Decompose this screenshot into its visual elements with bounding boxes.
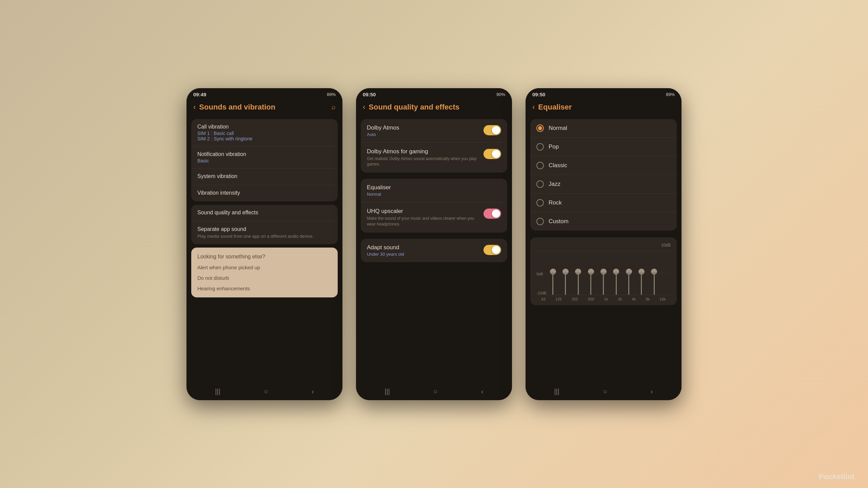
nav-home-1[interactable]: ○ [264,388,268,395]
app-header-1: ‹ Sounds and vibration ⌕ [186,99,342,116]
adapt-sound-content: Adapt sound Under 30 years old [367,244,484,257]
vibration-card: Call vibration SIM 1 : Basic call SIM 2 … [191,119,338,201]
system-vibration-item[interactable]: System vibration [191,169,338,185]
phone-1: 09:49 89% ‹ Sounds and vibration ⌕ Call … [186,88,342,400]
dolby-atmos-title: Dolby Atmos [367,124,479,131]
preset-normal-label: Normal [549,125,567,132]
eq-freq-labels: 63 125 250 500 1k 2k 4k 8k 16k [536,297,671,301]
time-3: 09:50 [532,92,545,97]
dolby-atmos-toggle[interactable] [484,125,501,135]
status-bar-2: 09:50 90% [356,88,512,99]
dolby-gaming-content: Dolby Atmos for gaming Get realistic Dol… [367,148,484,168]
phone-content-1: Call vibration SIM 1 : Basic call SIM 2 … [186,116,342,383]
radio-jazz[interactable] [536,180,544,188]
separate-app-desc: Play media sound from one app on a diffe… [197,233,332,239]
preset-classic-label: Classic [549,162,567,169]
nav-home-3[interactable]: ○ [603,388,607,395]
dolby-atmos-item[interactable]: Dolby Atmos Auto [361,119,507,143]
alert-item[interactable]: Alert when phone picked up [197,265,332,270]
separate-app-item[interactable]: Separate app sound Play media sound from… [191,221,338,244]
battery-2: 90% [496,92,505,97]
nav-menu-1[interactable]: ||| [215,388,220,395]
preset-rock-label: Rock [549,199,562,206]
uhq-desc: Make the sound of your music and videos … [367,216,479,227]
uhq-item[interactable]: UHQ upscaler Make the sound of your musi… [361,202,507,233]
radio-classic[interactable] [536,162,544,169]
equaliser-title: Equaliser [367,184,497,191]
preset-rock[interactable]: Rock [530,194,677,212]
sound-quality-card: Sound quality and effects Separate app s… [191,205,338,244]
nav-home-2[interactable]: ○ [433,388,437,395]
preset-custom[interactable]: Custom [530,212,677,231]
back-button-2[interactable]: ‹ [363,103,365,112]
nav-menu-3[interactable]: ||| [554,388,559,395]
radio-custom[interactable] [536,218,544,225]
nav-bar-2: ||| ○ ‹ [356,383,512,400]
dolby-gaming-toggle[interactable] [484,149,501,159]
nav-back-1[interactable]: ‹ [312,388,314,395]
dolby-gaming-title: Dolby Atmos for gaming [367,148,479,155]
eq-top-label: 10dB [661,243,671,248]
phone-3: 09:50 89% ‹ Equaliser Normal Pop Classic [526,88,682,400]
adapt-sound-title: Adapt sound [367,244,479,251]
presets-card: Normal Pop Classic Jazz Rock Custom [530,119,677,231]
sound-quality-item[interactable]: Sound quality and effects [191,205,338,221]
sim2-subtitle: SIM 2 : Sync with ringtone [197,136,332,141]
suggestions-title: Looking for something else? [197,254,332,260]
app-header-2: ‹ Sound quality and effects [356,99,512,116]
equaliser-content: Equaliser Normal [367,184,501,197]
call-vibration-item[interactable]: Call vibration SIM 1 : Basic call SIM 2 … [191,119,338,147]
vibration-intensity-title: Vibration intensity [197,190,332,196]
back-button-3[interactable]: ‹ [532,103,535,112]
vibration-intensity-item[interactable]: Vibration intensity [191,185,338,201]
nav-back-2[interactable]: ‹ [481,388,484,395]
phone-content-2: Dolby Atmos Auto Dolby Atmos for gaming … [356,116,512,383]
radio-normal[interactable] [536,124,544,132]
preset-classic[interactable]: Classic [530,156,677,175]
time-1: 09:49 [193,92,206,97]
dolby-card: Dolby Atmos Auto Dolby Atmos for gaming … [361,119,507,173]
nav-menu-2[interactable]: ||| [384,388,390,395]
equaliser-item[interactable]: Equaliser Normal [361,179,507,202]
preset-jazz[interactable]: Jazz [530,175,677,194]
preset-custom-label: Custom [549,218,569,225]
dolby-atmos-content: Dolby Atmos Auto [367,124,484,137]
preset-normal[interactable]: Normal [530,119,677,138]
nav-back-3[interactable]: ‹ [651,388,653,395]
page-title-1: Sounds and vibration [199,103,332,112]
dnd-item[interactable]: Do not disturb [197,275,332,281]
sound-quality-title: Sound quality and effects [197,210,332,216]
dolby-gaming-item[interactable]: Dolby Atmos for gaming Get realistic Dol… [361,143,507,173]
adapt-sound-subtitle: Under 30 years old [367,252,479,257]
call-vibration-title: Call vibration [197,124,332,130]
nav-bar-3: ||| ○ ‹ [526,383,682,400]
radio-rock[interactable] [536,199,544,207]
separate-app-title: Separate app sound [197,226,332,232]
adapt-sound-item[interactable]: Adapt sound Under 30 years old [361,239,507,262]
app-header-3: ‹ Equaliser [526,99,682,116]
page-title-2: Sound quality and effects [369,103,505,112]
suggestions-card: Looking for something else? Alert when p… [191,248,338,297]
back-button-1[interactable]: ‹ [193,103,196,112]
dolby-atmos-subtitle: Auto [367,132,479,137]
phone-content-3: Normal Pop Classic Jazz Rock Custom [526,116,682,383]
page-title-3: Equaliser [538,103,675,112]
notification-vibration-title: Notification vibration [197,151,332,157]
preset-jazz-label: Jazz [549,181,560,188]
uhq-content: UHQ upscaler Make the sound of your musi… [367,208,484,227]
watermark: Pocketlint [819,472,854,481]
nav-bar-1: ||| ○ ‹ [186,383,342,400]
notification-vibration-subtitle: Basic [197,158,332,163]
equalizer-chart: 10dB 0dB [530,237,677,305]
hearing-item[interactable]: Hearing enhancements [197,286,332,291]
preset-pop[interactable]: Pop [530,138,677,156]
notification-vibration-item[interactable]: Notification vibration Basic [191,147,338,169]
dolby-gaming-desc: Get realistic Dolby Atmos sound automati… [367,156,479,168]
radio-pop[interactable] [536,143,544,151]
search-icon-1[interactable]: ⌕ [332,103,336,111]
equaliser-subtitle: Normal [367,192,497,197]
uhq-title: UHQ upscaler [367,208,479,215]
adapt-sound-toggle[interactable] [484,245,501,255]
equaliser-card: Equaliser Normal UHQ upscaler Make the s… [361,179,507,233]
uhq-toggle[interactable] [484,209,501,219]
